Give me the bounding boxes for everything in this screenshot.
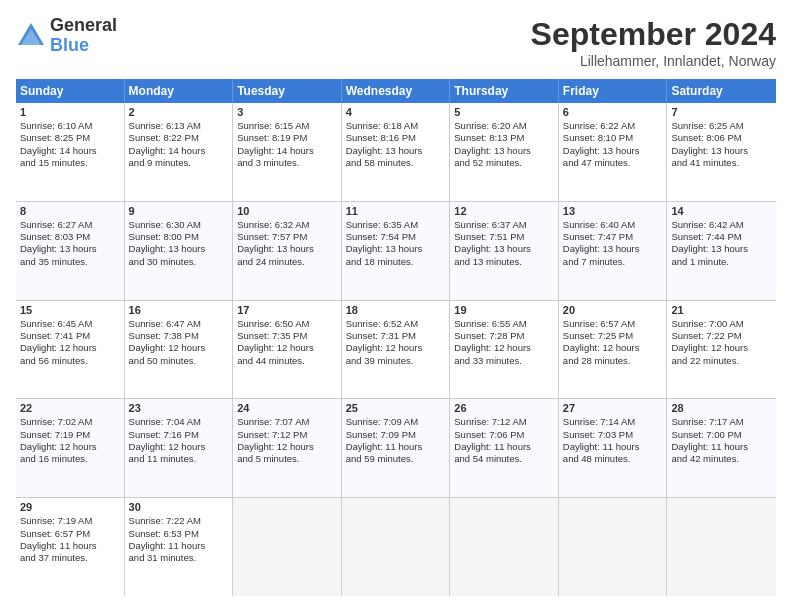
cell-line: Sunrise: 6:15 AM [237, 120, 337, 132]
calendar-cell: 7Sunrise: 6:25 AMSunset: 8:06 PMDaylight… [667, 103, 776, 201]
cell-line: Daylight: 11 hours [20, 540, 120, 552]
cell-line: and 41 minutes. [671, 157, 772, 169]
cell-line: Sunrise: 6:37 AM [454, 219, 554, 231]
cell-line: and 42 minutes. [671, 453, 772, 465]
cell-line: Sunrise: 6:27 AM [20, 219, 120, 231]
calendar-cell: 11Sunrise: 6:35 AMSunset: 7:54 PMDayligh… [342, 202, 451, 300]
title-section: September 2024 Lillehammer, Innlandet, N… [531, 16, 776, 69]
cell-line: Sunset: 7:31 PM [346, 330, 446, 342]
cell-line: and 48 minutes. [563, 453, 663, 465]
calendar-cell [450, 498, 559, 596]
day-number: 24 [237, 402, 337, 414]
logo-text: General Blue [50, 16, 117, 56]
header-cell-sunday: Sunday [16, 79, 125, 103]
calendar-row-1: 1Sunrise: 6:10 AMSunset: 8:25 PMDaylight… [16, 103, 776, 202]
cell-line: Sunrise: 6:40 AM [563, 219, 663, 231]
cell-line: Sunset: 8:00 PM [129, 231, 229, 243]
cell-line: Sunset: 7:19 PM [20, 429, 120, 441]
cell-line: Sunset: 8:19 PM [237, 132, 337, 144]
cell-line: and 37 minutes. [20, 552, 120, 564]
cell-line: and 1 minute. [671, 256, 772, 268]
cell-line: and 39 minutes. [346, 355, 446, 367]
day-number: 12 [454, 205, 554, 217]
cell-line: Sunrise: 6:52 AM [346, 318, 446, 330]
cell-line: Daylight: 11 hours [346, 441, 446, 453]
main-title: September 2024 [531, 16, 776, 53]
day-number: 11 [346, 205, 446, 217]
cell-line: and 52 minutes. [454, 157, 554, 169]
cell-line: and 31 minutes. [129, 552, 229, 564]
cell-line: and 22 minutes. [671, 355, 772, 367]
calendar-cell: 3Sunrise: 6:15 AMSunset: 8:19 PMDaylight… [233, 103, 342, 201]
calendar-cell [342, 498, 451, 596]
cell-line: Sunrise: 6:10 AM [20, 120, 120, 132]
day-number: 4 [346, 106, 446, 118]
cell-line: Daylight: 14 hours [20, 145, 120, 157]
calendar-cell: 2Sunrise: 6:13 AMSunset: 8:22 PMDaylight… [125, 103, 234, 201]
calendar-cell: 20Sunrise: 6:57 AMSunset: 7:25 PMDayligh… [559, 301, 668, 399]
day-number: 9 [129, 205, 229, 217]
day-number: 17 [237, 304, 337, 316]
day-number: 15 [20, 304, 120, 316]
day-number: 2 [129, 106, 229, 118]
header-cell-wednesday: Wednesday [342, 79, 451, 103]
cell-line: and 59 minutes. [346, 453, 446, 465]
day-number: 3 [237, 106, 337, 118]
cell-line: Sunrise: 7:02 AM [20, 416, 120, 428]
cell-line: Sunset: 6:53 PM [129, 528, 229, 540]
header-cell-thursday: Thursday [450, 79, 559, 103]
cell-line: Daylight: 12 hours [671, 342, 772, 354]
day-number: 29 [20, 501, 120, 513]
cell-line: Sunrise: 6:20 AM [454, 120, 554, 132]
cell-line: Daylight: 11 hours [563, 441, 663, 453]
calendar-cell: 27Sunrise: 7:14 AMSunset: 7:03 PMDayligh… [559, 399, 668, 497]
cell-line: Sunset: 8:13 PM [454, 132, 554, 144]
calendar-row-4: 22Sunrise: 7:02 AMSunset: 7:19 PMDayligh… [16, 399, 776, 498]
header-cell-saturday: Saturday [667, 79, 776, 103]
cell-line: Daylight: 13 hours [454, 243, 554, 255]
cell-line: Sunrise: 6:22 AM [563, 120, 663, 132]
day-number: 13 [563, 205, 663, 217]
cell-line: Sunrise: 6:35 AM [346, 219, 446, 231]
calendar-cell: 30Sunrise: 7:22 AMSunset: 6:53 PMDayligh… [125, 498, 234, 596]
cell-line: Daylight: 14 hours [129, 145, 229, 157]
cell-line: and 33 minutes. [454, 355, 554, 367]
cell-line: Sunset: 7:06 PM [454, 429, 554, 441]
day-number: 7 [671, 106, 772, 118]
header-cell-tuesday: Tuesday [233, 79, 342, 103]
calendar-row-2: 8Sunrise: 6:27 AMSunset: 8:03 PMDaylight… [16, 202, 776, 301]
cell-line: Sunset: 7:41 PM [20, 330, 120, 342]
calendar-header: SundayMondayTuesdayWednesdayThursdayFrid… [16, 79, 776, 103]
cell-line: Sunrise: 6:25 AM [671, 120, 772, 132]
cell-line: Sunrise: 6:47 AM [129, 318, 229, 330]
calendar-cell: 22Sunrise: 7:02 AMSunset: 7:19 PMDayligh… [16, 399, 125, 497]
calendar-cell: 15Sunrise: 6:45 AMSunset: 7:41 PMDayligh… [16, 301, 125, 399]
cell-line: Daylight: 13 hours [346, 243, 446, 255]
header: General Blue September 2024 Lillehammer,… [16, 16, 776, 69]
cell-line: Sunrise: 7:09 AM [346, 416, 446, 428]
day-number: 26 [454, 402, 554, 414]
cell-line: Daylight: 12 hours [563, 342, 663, 354]
cell-line: Sunset: 7:51 PM [454, 231, 554, 243]
cell-line: Sunset: 7:12 PM [237, 429, 337, 441]
cell-line: Sunrise: 7:22 AM [129, 515, 229, 527]
day-number: 30 [129, 501, 229, 513]
cell-line: Sunrise: 7:00 AM [671, 318, 772, 330]
calendar-body: 1Sunrise: 6:10 AMSunset: 8:25 PMDaylight… [16, 103, 776, 596]
day-number: 16 [129, 304, 229, 316]
cell-line: and 7 minutes. [563, 256, 663, 268]
cell-line: Daylight: 13 hours [671, 145, 772, 157]
calendar-cell: 8Sunrise: 6:27 AMSunset: 8:03 PMDaylight… [16, 202, 125, 300]
cell-line: Sunrise: 6:18 AM [346, 120, 446, 132]
logo: General Blue [16, 16, 117, 56]
calendar-row-5: 29Sunrise: 7:19 AMSunset: 6:57 PMDayligh… [16, 498, 776, 596]
calendar: SundayMondayTuesdayWednesdayThursdayFrid… [16, 79, 776, 596]
cell-line: Sunrise: 6:42 AM [671, 219, 772, 231]
day-number: 18 [346, 304, 446, 316]
cell-line: and 18 minutes. [346, 256, 446, 268]
cell-line: Sunset: 7:00 PM [671, 429, 772, 441]
calendar-cell: 1Sunrise: 6:10 AMSunset: 8:25 PMDaylight… [16, 103, 125, 201]
cell-line: and 13 minutes. [454, 256, 554, 268]
cell-line: Daylight: 12 hours [237, 342, 337, 354]
cell-line: Sunset: 7:47 PM [563, 231, 663, 243]
